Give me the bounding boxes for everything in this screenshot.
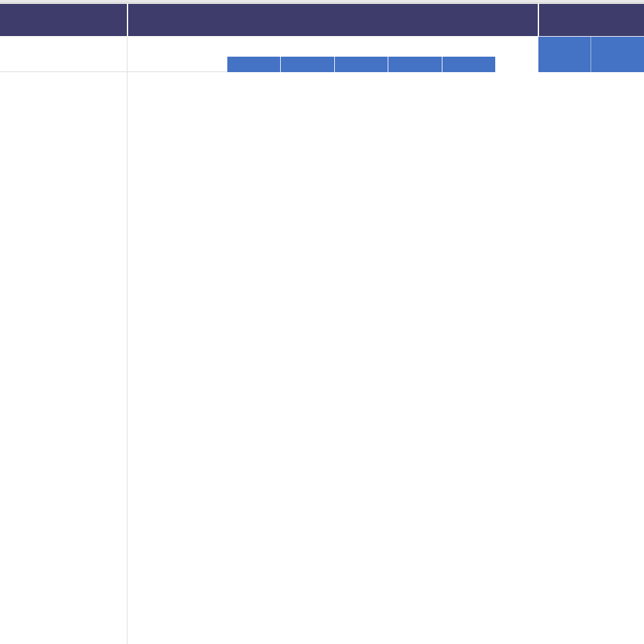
bs-date-header-2[interactable] — [591, 37, 644, 56]
bs-date-header-1[interactable] — [538, 37, 591, 56]
year-header-2024[interactable] — [227, 57, 281, 72]
spreadsheet — [0, 0, 644, 644]
bs-period-index-1[interactable] — [538, 56, 591, 72]
year-header-2027[interactable] — [388, 57, 442, 72]
year-header-2026[interactable] — [335, 57, 388, 72]
tab-income-statement[interactable] — [128, 4, 229, 36]
year-header-row — [227, 57, 496, 72]
year-header-2025[interactable] — [281, 57, 334, 72]
column-gridline — [127, 37, 128, 644]
year-header-2028[interactable] — [442, 57, 496, 72]
tab-cash-flow-statement[interactable] — [258, 4, 522, 36]
tab-balance-sheet[interactable] — [539, 4, 644, 36]
column-header-strip — [0, 0, 644, 3]
bs-period-index-2[interactable] — [591, 56, 644, 72]
row-gridline — [0, 71, 227, 72]
balance-sheet-header — [538, 37, 644, 72]
title-band-left — [0, 4, 127, 36]
